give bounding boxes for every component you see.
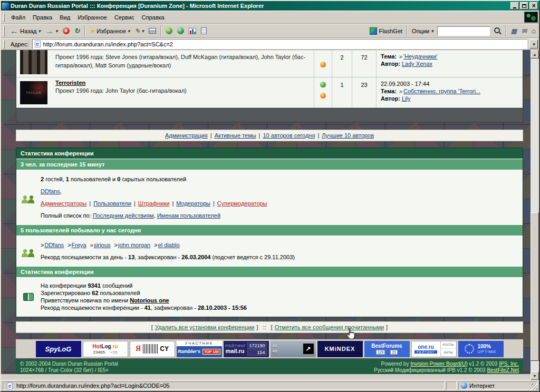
status-url: http://forum.duranduran.ru/index.php?act… — [16, 383, 169, 389]
group-mods-link[interactable]: Модераторы — [176, 200, 210, 207]
flashget-label: FlashGet — [379, 28, 402, 34]
banner-strip: SpyLoG HotLog.ru 23465+26 Я CY УЧАСТНИК … — [16, 339, 523, 358]
lastpost-author-link[interactable]: Lady Xenax — [402, 61, 432, 67]
today-user-link[interactable]: Freya — [72, 242, 86, 248]
vertical-scrollbar[interactable] — [531, 50, 539, 380]
address-input[interactable] — [42, 41, 526, 47]
banner-kmindex[interactable]: KMiNDEX — [317, 341, 363, 357]
forum-image[interactable] — [20, 50, 47, 74]
menu-edit[interactable]: Правка — [29, 13, 56, 22]
today-user-link[interactable]: DDfans — [44, 242, 64, 248]
lastpost-topic-link[interactable]: 'Неудачники' — [403, 53, 437, 60]
fullscreen-button[interactable] — [509, 27, 519, 35]
menu-tools[interactable]: Сервис — [111, 13, 138, 22]
group-admins-link[interactable]: Администраторы — [41, 200, 86, 207]
print-button[interactable] — [147, 27, 158, 35]
forward-icon — [45, 27, 54, 35]
mail-button[interactable] — [519, 27, 529, 35]
section-icon-cell — [16, 278, 41, 316]
banner-yandex-cy[interactable]: Я CY — [130, 341, 175, 357]
banner-rambler-top100[interactable]: УЧАСТНИК Rambler'sTOP 100 — [177, 341, 222, 357]
chevron-down-icon[interactable] — [431, 28, 433, 34]
menu-favorites[interactable]: Избранное — [74, 13, 111, 22]
forum-replies-count: 72 — [352, 50, 376, 77]
full-list-names-link[interactable]: Именам пользователей — [157, 212, 220, 219]
stats-button[interactable] — [187, 27, 198, 35]
lastpost-author-link[interactable]: Lily — [402, 95, 411, 102]
webmoney-button[interactable] — [163, 26, 175, 35]
ips-link[interactable]: IPS, Inc. — [499, 361, 519, 367]
scroll-up-button[interactable] — [531, 50, 539, 58]
full-list-actions-link[interactable]: Последним действиям — [93, 212, 154, 219]
banner-spylog[interactable]: SpyLoG — [36, 341, 81, 357]
forum-image[interactable]: TAYLOR — [20, 81, 47, 104]
menu-file[interactable]: Файл — [7, 13, 29, 22]
address-dropdown-button[interactable] — [529, 40, 538, 48]
delete-cookies-link[interactable]: Удалить все установки конференции — [155, 324, 255, 330]
stop-button[interactable] — [61, 26, 72, 35]
lastpost-topic-link[interactable]: Собственно, группа 'Terrori... — [403, 88, 480, 94]
board-statistics-box: Статистика конференции 3 чел. за последн… — [16, 148, 523, 317]
banner-uptime[interactable]: 100%UPTIME — [458, 341, 504, 357]
ipb-link[interactable]: Invision Power Board(U) — [410, 361, 467, 367]
chevron-down-icon[interactable] — [38, 28, 41, 34]
newest-member-link[interactable]: Notorious one — [130, 297, 169, 303]
separator: | — [259, 132, 261, 139]
search-button[interactable] — [491, 26, 504, 36]
moderator-marker: » — [90, 242, 93, 248]
board-stats-header: Статистика конференции — [16, 267, 523, 278]
group-users-link[interactable]: Пользователи — [93, 200, 131, 207]
toolbar-search-input[interactable] — [437, 26, 490, 36]
chevron-down-icon[interactable] — [55, 28, 58, 34]
menubar-grip[interactable] — [3, 13, 5, 22]
forum-title-link[interactable]: Terroristen — [55, 80, 85, 86]
edit-page-button[interactable] — [133, 27, 147, 35]
online-user-link[interactable]: DDfans — [41, 188, 60, 194]
today-user-link[interactable]: sirious — [94, 242, 111, 248]
refresh-icon — [74, 27, 80, 34]
banner-mailru-rating[interactable]: РЕЙТИНГmail.ru 172190154 — [224, 341, 269, 357]
banner-counter[interactable]: 4248 ↗ — [271, 341, 316, 357]
globe-icon — [461, 383, 467, 389]
group-supermods-link[interactable]: Супермодераторы — [217, 200, 267, 207]
forum-table: Проект 1996 года: Steve Jones (гитара/во… — [16, 50, 523, 122]
mark-read-link[interactable]: Отметить все сообщения прочитанными — [275, 324, 384, 330]
home-button[interactable] — [529, 26, 538, 35]
board-link-top-authors[interactable]: Лучшие 10 авторов — [322, 132, 374, 139]
options-button[interactable]: Опции — [410, 27, 436, 35]
search-icon — [494, 27, 502, 35]
refresh-button[interactable] — [72, 26, 82, 35]
flashget-button[interactable]: FlashGet — [368, 26, 404, 36]
messenger-button[interactable] — [175, 26, 186, 35]
toolbar-grip[interactable] — [3, 26, 5, 36]
chevron-down-icon[interactable] — [142, 28, 144, 34]
menu-view[interactable]: Вид — [56, 13, 74, 22]
people-icon — [21, 192, 36, 203]
app-icon — [2, 3, 9, 9]
scroll-down-button[interactable] — [531, 371, 539, 380]
banner-bestforums[interactable]: BestForums 12921 — [364, 341, 410, 357]
maximize-button[interactable] — [520, 2, 528, 9]
bestfilez-link[interactable]: BestFileZ.Net — [487, 367, 519, 373]
today-user-link[interactable]: john morgan — [118, 242, 150, 248]
board-link-today-authors[interactable]: 10 авторов сегодня — [263, 132, 315, 139]
addressbar-grip[interactable] — [3, 40, 5, 48]
banner-oneru[interactable]: one.ruРЕЙТИНГ ХОСТЫХИТЫ — [411, 341, 457, 357]
grid-icon — [511, 28, 517, 34]
group-penalty-link[interactable]: Штрафники — [138, 200, 170, 207]
footer-powered-by: Powered by Invision Power Board(U) v1.2 … — [374, 361, 519, 374]
address-field[interactable] — [32, 39, 527, 49]
board-link-administration[interactable]: Администрация — [165, 132, 208, 139]
board-link-active-topics[interactable]: Активные темы — [215, 132, 256, 139]
close-button[interactable] — [529, 2, 538, 9]
scrollbar-thumb[interactable] — [531, 212, 539, 361]
notes-button[interactable] — [199, 26, 209, 35]
banner-hotlog[interactable]: HotLog.ru 23465+26 — [83, 341, 128, 357]
menu-help[interactable]: Справка — [138, 13, 168, 22]
minimize-button[interactable] — [510, 2, 519, 9]
forward-button[interactable] — [43, 26, 60, 36]
today-user-link[interactable]: el diablo — [158, 242, 180, 248]
back-button[interactable]: Назад — [8, 26, 43, 36]
favorites-button[interactable]: Избранное — [88, 27, 132, 35]
chevron-down-icon[interactable] — [128, 28, 130, 34]
